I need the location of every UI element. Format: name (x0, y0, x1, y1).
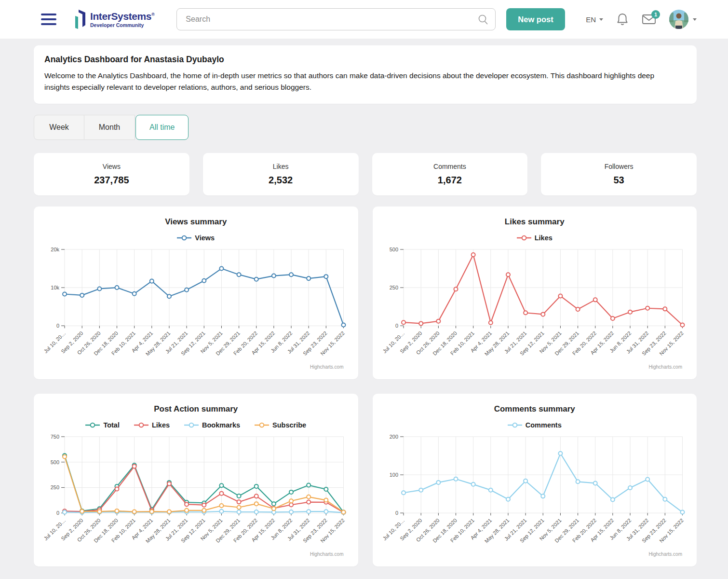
legend-item-subscribe[interactable]: Subscribe (255, 421, 306, 429)
brand-name: InterSystems® (90, 11, 154, 21)
stat-value: 2,532 (269, 175, 293, 186)
svg-text:250: 250 (51, 484, 59, 490)
svg-text:0: 0 (395, 510, 398, 516)
search-input[interactable] (176, 8, 496, 30)
legend-marker-icon (255, 422, 269, 428)
messages-button[interactable]: 1 (642, 14, 656, 25)
legend-marker-icon (517, 235, 531, 241)
stat-card-views: Views237,785 (34, 153, 189, 195)
chart-legend: Comments (382, 421, 688, 429)
legend-marker-icon (85, 422, 100, 428)
highcharts-credits-link[interactable]: Highcharts.com (310, 551, 343, 557)
header-right-cluster: EN 1 (586, 10, 697, 29)
svg-text:250: 250 (389, 285, 398, 290)
language-selector[interactable]: EN (586, 15, 603, 24)
tab-all-time[interactable]: All time (135, 115, 189, 140)
comments-summary-chart: 0100200Jul 10, 20…Sep 2, 2020Oct 26, 202… (382, 433, 688, 551)
chart-title: Likes summary (382, 217, 688, 227)
menu-icon[interactable] (41, 11, 56, 28)
comments-summary-chart-card: Comments summary Comments 0100200Jul 10,… (373, 394, 697, 566)
stat-label: Followers (605, 163, 634, 170)
dashboard-main: Analytics Dashboard for Anastasia Dyubay… (0, 39, 728, 566)
svg-text:100: 100 (389, 472, 398, 478)
svg-text:0: 0 (56, 323, 59, 329)
legend-marker-icon (184, 422, 199, 428)
legend-label: Subscribe (272, 421, 306, 429)
stat-label: Likes (273, 163, 289, 170)
views-summary-chart-card: Views summary Views 010k20kJul 10, 20…Se… (34, 207, 358, 379)
likes-summary-chart-card: Likes summary Likes 0250500Jul 10, 20…Se… (373, 207, 697, 379)
stat-value: 237,785 (94, 175, 129, 186)
legend-item-total[interactable]: Total (85, 421, 120, 429)
svg-text:20k: 20k (51, 247, 59, 252)
svg-text:0: 0 (56, 510, 59, 516)
dashboard-intro-card: Analytics Dashboard for Anastasia Dyubay… (34, 45, 697, 104)
caret-down-icon (599, 18, 603, 21)
tab-month[interactable]: Month (84, 115, 135, 140)
highcharts-credits-link[interactable]: Highcharts.com (649, 551, 682, 557)
tab-week[interactable]: Week (34, 115, 84, 140)
charts-grid: Views summary Views 010k20kJul 10, 20…Se… (34, 207, 697, 566)
search-icon[interactable] (477, 14, 489, 25)
top-navbar: InterSystems® Developer Community New po… (0, 0, 728, 39)
legend-label: Views (195, 234, 215, 242)
mail-badge: 1 (651, 10, 660, 19)
page-description: Welcome to the Analytics Dashboard, the … (44, 70, 666, 93)
stat-label: Views (103, 163, 121, 170)
bell-icon (616, 13, 629, 26)
stat-value: 53 (614, 175, 624, 186)
svg-text:200: 200 (389, 434, 398, 440)
chart-canvas: 0250500Jul 10, 20…Sep 2, 2020Oct 26, 202… (382, 246, 688, 363)
intersystems-logo-mark (73, 9, 86, 30)
svg-text:0: 0 (395, 323, 398, 329)
stat-card-likes: Likes2,532 (203, 153, 359, 195)
highcharts-credits-link[interactable]: Highcharts.com (310, 364, 343, 370)
legend-item-likes[interactable]: Likes (134, 421, 170, 429)
likes-summary-chart: 0250500Jul 10, 20…Sep 2, 2020Oct 26, 202… (382, 246, 688, 363)
registered-mark: ® (151, 12, 154, 17)
page-title: Analytics Dashboard for Anastasia Dyubay… (44, 55, 685, 65)
chart-title: Post Action summary (43, 404, 349, 414)
legend-marker-icon (177, 235, 191, 241)
post-action-summary-chart-card: Post Action summary TotalLikesBookmarksS… (34, 394, 358, 566)
legend-label: Total (103, 421, 120, 429)
language-label: EN (586, 15, 596, 24)
chart-title: Views summary (43, 217, 349, 227)
views-summary-chart: 010k20kJul 10, 20…Sep 2, 2020Oct 26, 202… (43, 246, 349, 363)
svg-text:750: 750 (51, 434, 59, 440)
legend-item-likes[interactable]: Likes (517, 234, 553, 242)
stat-card-followers: Followers53 (541, 153, 697, 195)
chart-legend: TotalLikesBookmarksSubscribe (43, 421, 349, 429)
brand-subtitle: Developer Community (90, 22, 154, 28)
legend-label: Bookmarks (202, 421, 240, 429)
legend-marker-icon (508, 422, 522, 428)
legend-marker-icon (134, 422, 148, 428)
caret-down-icon (693, 18, 697, 21)
highcharts-credits-link[interactable]: Highcharts.com (649, 364, 682, 370)
svg-text:500: 500 (389, 247, 398, 252)
search-bar (176, 8, 496, 30)
chart-canvas: 0250500750Jul 10, 20…Sep 2, 2020Oct 26, … (43, 433, 349, 551)
profile-menu[interactable] (669, 10, 697, 29)
legend-label: Likes (535, 234, 553, 242)
legend-item-views[interactable]: Views (177, 234, 215, 242)
svg-text:10k: 10k (51, 285, 59, 290)
chart-legend: Likes (382, 234, 688, 242)
intersystems-logo[interactable]: InterSystems® Developer Community (73, 9, 154, 30)
new-post-button[interactable]: New post (506, 8, 565, 30)
chart-title: Comments summary (382, 404, 688, 414)
post-action-summary-chart: 0250500750Jul 10, 20…Sep 2, 2020Oct 26, … (43, 433, 349, 551)
svg-text:500: 500 (51, 459, 59, 465)
legend-item-comments[interactable]: Comments (508, 421, 562, 429)
avatar[interactable] (669, 10, 688, 29)
chart-canvas: 010k20kJul 10, 20…Sep 2, 2020Oct 26, 202… (43, 246, 349, 363)
chart-canvas: 0100200Jul 10, 20…Sep 2, 2020Oct 26, 202… (382, 433, 688, 551)
time-range-tabs: WeekMonthAll time (34, 115, 697, 140)
notifications-button[interactable] (616, 13, 629, 26)
chart-legend: Views (43, 234, 349, 242)
legend-label: Comments (526, 421, 562, 429)
legend-label: Likes (152, 421, 170, 429)
legend-item-bookmarks[interactable]: Bookmarks (184, 421, 240, 429)
stat-card-comments: Comments1,672 (372, 153, 528, 195)
stat-label: Comments (433, 163, 466, 170)
